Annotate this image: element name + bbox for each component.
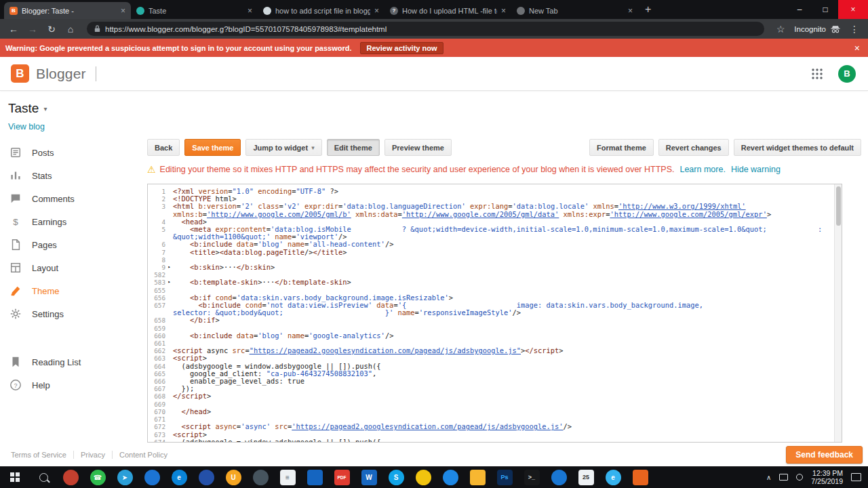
- sidebar-item-layout[interactable]: Layout: [8, 256, 144, 279]
- edit-theme-button[interactable]: Edit theme: [327, 139, 380, 156]
- code-line[interactable]: 7 <title><data:blog.pageTitle/></title>: [148, 249, 842, 256]
- volume-icon[interactable]: [796, 474, 803, 481]
- back-icon[interactable]: ←: [5, 24, 22, 34]
- sidebar-item-pages[interactable]: Pages: [8, 233, 144, 256]
- apps-grid-icon[interactable]: [811, 68, 823, 80]
- code-line[interactable]: 674 (adsbygoogle = window.adsbygoogle ||…: [148, 439, 842, 443]
- blue-sphere-icon[interactable]: [545, 466, 572, 488]
- new-tab-button[interactable]: +: [638, 3, 659, 19]
- fold-arrow-icon[interactable]: ▸: [165, 279, 173, 286]
- account-avatar[interactable]: B: [838, 65, 856, 83]
- window-close-button[interactable]: ×: [838, 0, 868, 19]
- sidebar-item-earnings[interactable]: $Earnings: [8, 210, 144, 233]
- content-policy-link[interactable]: Content Policy: [112, 451, 174, 459]
- code-line[interactable]: 663<script>: [148, 354, 842, 362]
- yellow-sphere-icon[interactable]: [410, 466, 437, 488]
- skype-icon[interactable]: S: [382, 466, 410, 488]
- notepad-app-icon[interactable]: ≡: [274, 466, 301, 488]
- code-line[interactable]: 667 });: [148, 385, 842, 392]
- browser-tab-new-tab[interactable]: New Tab×: [511, 2, 638, 19]
- code-line[interactable]: 670 </head>: [148, 408, 842, 415]
- browser-tab-taste[interactable]: Taste×: [131, 2, 258, 19]
- tab-close-icon[interactable]: ×: [121, 7, 125, 15]
- search-button[interactable]: [30, 466, 57, 488]
- tab-close-icon[interactable]: ×: [248, 7, 252, 15]
- view-blog-link[interactable]: View blog: [8, 122, 45, 131]
- learn-more-link[interactable]: Learn more.: [679, 165, 725, 174]
- code-line[interactable]: 658 </b:if>: [148, 317, 842, 324]
- preview-theme-button[interactable]: Preview theme: [384, 139, 452, 156]
- back-button[interactable]: Back: [147, 139, 180, 156]
- blog-title-dropdown[interactable]: Taste ▾: [8, 101, 144, 116]
- hide-warning-link[interactable]: Hide warning: [731, 165, 781, 174]
- review-activity-button[interactable]: Review activity now: [360, 42, 444, 54]
- code-line[interactable]: 672 <script async='async' src='https://p…: [148, 423, 842, 430]
- word-app-icon[interactable]: W: [355, 466, 382, 488]
- send-feedback-button[interactable]: Send feedback: [786, 446, 863, 464]
- code-line[interactable]: 3<html b:version='2' class='v2' expr:dir…: [148, 203, 842, 218]
- globe-app-icon[interactable]: [193, 466, 220, 488]
- address-bar[interactable]: https://www.blogger.com/blogger.g?blogID…: [87, 22, 764, 36]
- jump-to-widget-button[interactable]: Jump to widget▾: [245, 139, 321, 156]
- code-line[interactable]: 1<?xml version="1.0" encoding="UTF-8" ?>: [148, 188, 842, 195]
- code-line[interactable]: 669: [148, 401, 842, 408]
- editor-scrollbar[interactable]: [834, 184, 842, 442]
- code-line[interactable]: 662<script async src="https://pagead2.go…: [148, 347, 842, 354]
- revert-changes-button[interactable]: Revert changes: [658, 139, 729, 156]
- uc-browser-icon[interactable]: U: [220, 466, 247, 488]
- browser-tab-how-do-i-upload-html-file-to-bl[interactable]: ?How do I upload HTML -file to Bl×: [384, 2, 511, 19]
- dark-sphere-icon[interactable]: [247, 466, 274, 488]
- scrollbar-thumb[interactable]: [836, 186, 841, 226]
- sidebar-item-comments[interactable]: Comments: [8, 187, 144, 210]
- sidebar-item-posts[interactable]: Posts: [8, 141, 144, 164]
- sidebar-item-reading-list[interactable]: Reading List: [8, 350, 144, 373]
- tab-close-icon[interactable]: ×: [628, 7, 633, 15]
- save-theme-button[interactable]: Save theme: [184, 139, 241, 156]
- tray-chevron-icon[interactable]: ∧: [766, 474, 771, 481]
- window-maximize-button[interactable]: □: [812, 0, 838, 19]
- revert-widget-themes-to-default-button[interactable]: Revert widget themes to default: [734, 139, 861, 156]
- code-line[interactable]: 657 <b:include cond='not data:view.isPre…: [148, 302, 842, 317]
- edge-browser-icon[interactable]: e: [165, 466, 193, 488]
- photoshop-icon[interactable]: Ps: [491, 466, 518, 488]
- calendar-app-icon[interactable]: 25: [572, 466, 599, 488]
- code-line[interactable]: 668</script>: [148, 392, 842, 400]
- ie-browser-icon[interactable]: e: [599, 466, 627, 488]
- compass-browser-icon[interactable]: [437, 466, 464, 488]
- taskbar-clock[interactable]: 12:39 PM 7/25/2019: [811, 469, 843, 486]
- notifications-icon[interactable]: [851, 473, 861, 481]
- forward-icon[interactable]: →: [24, 24, 41, 34]
- blogger-logo-icon[interactable]: B: [11, 64, 29, 83]
- vscode-icon[interactable]: [301, 466, 328, 488]
- sidebar-item-stats[interactable]: Stats: [8, 164, 144, 187]
- file-explorer-icon[interactable]: [464, 466, 491, 488]
- blue-messenger-icon[interactable]: [138, 466, 165, 488]
- orange-app-icon[interactable]: [627, 466, 654, 488]
- start-button[interactable]: [0, 466, 30, 488]
- browser-tab-blogger-taste[interactable]: BBlogger: Taste -×: [4, 2, 131, 19]
- tab-close-icon[interactable]: ×: [501, 7, 506, 15]
- sidebar-item-settings[interactable]: Settings: [8, 302, 144, 325]
- browser-tab-how-to-add-script-file-in-blogger[interactable]: how to add script file in blogger×: [258, 2, 384, 19]
- telegram-icon[interactable]: ➤: [111, 466, 138, 488]
- code-line[interactable]: 5 <meta expr:content='data:blog.isMobile…: [148, 226, 842, 241]
- whatsapp-icon[interactable]: ☎: [84, 466, 111, 488]
- bookmark-star-icon[interactable]: ☆: [772, 24, 789, 34]
- code-editor[interactable]: 1<?xml version="1.0" encoding="UTF-8" ?>…: [147, 184, 842, 443]
- code-line[interactable]: 583▸ <b:template-skin>···</b:template-sk…: [148, 279, 842, 286]
- code-line[interactable]: 666 enable_page_level_ads: true: [148, 378, 842, 385]
- privacy-link[interactable]: Privacy: [73, 451, 112, 459]
- code-line[interactable]: 660 <b:include data='blog' name='google-…: [148, 332, 842, 340]
- reload-icon[interactable]: ↻: [43, 24, 60, 34]
- home-icon[interactable]: ⌂: [62, 24, 79, 34]
- tab-close-icon[interactable]: ×: [374, 7, 379, 15]
- network-icon[interactable]: [779, 474, 788, 481]
- format-theme-button[interactable]: Format theme: [589, 139, 654, 156]
- banner-close-icon[interactable]: ×: [854, 43, 860, 54]
- pdf-app-icon[interactable]: PDF: [328, 466, 355, 488]
- terms-of-service-link[interactable]: Terms of Service: [11, 451, 73, 459]
- terminal-icon[interactable]: >_: [518, 466, 545, 488]
- code-line[interactable]: 9▸ <b:skin>···</b:skin>: [148, 264, 842, 271]
- sidebar-item-help[interactable]: ?Help: [8, 373, 144, 396]
- window-minimize-button[interactable]: –: [787, 0, 812, 19]
